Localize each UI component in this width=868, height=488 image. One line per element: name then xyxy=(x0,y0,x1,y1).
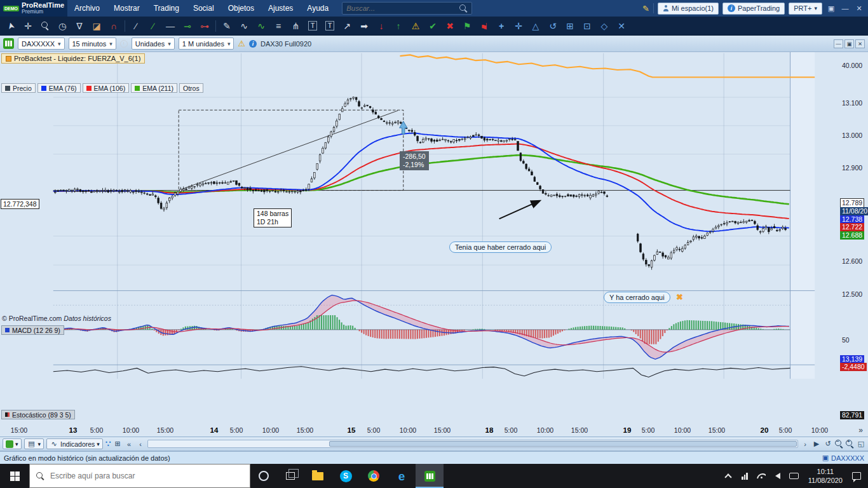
taskbar-search-input[interactable] xyxy=(50,471,243,480)
expand-icon[interactable]: ◱ xyxy=(857,440,865,448)
legend-otros[interactable]: Otros xyxy=(179,83,203,93)
hidden-icons-button[interactable] xyxy=(720,464,736,488)
scroll-start-icon[interactable]: « xyxy=(125,440,133,448)
fibonacci-icon[interactable]: ≡ xyxy=(270,18,287,34)
chrome-button[interactable] xyxy=(360,464,388,488)
edge-button[interactable]: e xyxy=(388,464,416,488)
warning-icon[interactable]: ⚠ xyxy=(238,39,245,48)
measure-result-box[interactable]: -286,50 -2,19% xyxy=(400,151,429,170)
skype-button[interactable]: S xyxy=(332,464,360,488)
text-tool-icon[interactable]: T xyxy=(304,18,321,34)
menu-archivo[interactable]: Archivo xyxy=(67,0,107,17)
triangle-tool-icon[interactable]: △ xyxy=(527,18,544,34)
start-button[interactable] xyxy=(0,464,29,488)
menu-mostrar[interactable]: Mostrar xyxy=(107,0,147,17)
minimize-icon[interactable]: — xyxy=(834,39,843,48)
volume-icon[interactable] xyxy=(770,464,786,488)
chart-scrollbar[interactable] xyxy=(147,440,798,448)
price-line-tag[interactable]: 12.772,348 xyxy=(1,199,39,209)
zigzag-icon[interactable]: ∿ xyxy=(236,18,252,34)
eraser-icon[interactable]: ◪ xyxy=(88,18,105,34)
maximize-icon[interactable]: ▣ xyxy=(826,4,836,13)
taskbar-search[interactable] xyxy=(29,464,250,488)
warning-tool-icon[interactable]: ⚠ xyxy=(407,18,424,34)
scrollbar-thumb[interactable] xyxy=(329,441,797,447)
wave-icon[interactable]: ∿ xyxy=(253,18,269,34)
share-icon[interactable]: ∵ xyxy=(105,439,111,449)
annotation-note[interactable]: Y ha cerrado aqui xyxy=(604,292,670,303)
chart-type-button[interactable]: ▤ ▾ xyxy=(24,438,44,449)
demo-menu-button[interactable]: ▾ xyxy=(3,438,22,449)
keyboard-icon[interactable] xyxy=(786,464,803,488)
menubar-search[interactable] xyxy=(342,2,472,15)
legend-precio[interactable]: Precio xyxy=(1,83,36,93)
cursor-icon[interactable]: ➤ xyxy=(3,18,19,34)
units-select[interactable]: Unidades ▾ xyxy=(132,37,175,50)
flag-up-icon[interactable]: ⚑ xyxy=(459,18,475,34)
stochastic-panel-label[interactable]: Estocástico (89 3 5) xyxy=(1,410,75,419)
menu-trading[interactable]: Trading xyxy=(147,0,186,17)
menu-objetos[interactable]: Objetos xyxy=(221,0,261,17)
bars-count-box[interactable]: 148 barras 1D 21h xyxy=(254,208,292,227)
indicators-button[interactable]: ∿ Indicadores ▾ xyxy=(46,438,103,449)
time-axis[interactable]: » 15:00135:0010:0015:00145:0010:0015:001… xyxy=(0,424,868,437)
cortana-button[interactable] xyxy=(250,464,277,488)
search-icon[interactable] xyxy=(459,4,468,13)
close-icon[interactable]: ✕ xyxy=(854,4,864,13)
hline-tool-icon[interactable]: — xyxy=(162,18,179,34)
text-bubble-icon[interactable]: T xyxy=(322,18,338,34)
backtest-tab[interactable]: ProBacktest - Liquidez: FUERZA_V_6(1) xyxy=(1,53,145,64)
prt-plus-button[interactable]: PRT+ ▾ xyxy=(789,3,822,15)
segment-tool-icon[interactable]: ∕ xyxy=(145,18,161,34)
cross-tool-icon[interactable]: ✖ xyxy=(442,18,458,34)
price-chart-canvas[interactable] xyxy=(0,52,868,424)
scroll-back-icon[interactable]: ‹ xyxy=(136,440,145,448)
undo-icon[interactable]: ↺ xyxy=(824,440,832,448)
plus-tool-icon[interactable]: + xyxy=(493,18,510,34)
pencil-tool-icon[interactable]: ✎ xyxy=(219,18,235,34)
flag-down-icon[interactable]: ⚑ xyxy=(476,18,492,34)
prorealtime-app-button[interactable] xyxy=(416,464,444,488)
arrow-ne-icon[interactable]: ↗ xyxy=(339,18,355,34)
timeframe-select[interactable]: 15 minutos ▾ xyxy=(69,37,116,50)
papertrading-button[interactable]: i PaperTrading xyxy=(722,3,785,15)
instrument-link[interactable]: ▣ DAXXXXX xyxy=(822,454,864,462)
diamond-tool-icon[interactable]: ◇ xyxy=(596,18,613,34)
menu-ayuda[interactable]: Ayuda xyxy=(300,0,336,17)
my-space-button[interactable]: Mi espacio(1) xyxy=(658,3,719,15)
notes-icon[interactable]: ✎ xyxy=(642,4,649,13)
contract-info-icon[interactable]: i xyxy=(249,40,257,48)
arrow-up-icon[interactable]: ↑ xyxy=(390,18,407,34)
ray-tool-icon[interactable]: ⊸ xyxy=(179,18,196,34)
crosshair-icon[interactable]: ✛ xyxy=(20,18,36,34)
legend-ema-211-[interactable]: EMA (211) xyxy=(131,83,177,93)
file-explorer-button[interactable] xyxy=(304,464,332,488)
action-center-icon[interactable] xyxy=(848,464,865,488)
check-tool-icon[interactable]: ✔ xyxy=(424,18,441,34)
amount-select[interactable]: 1 M unidades ▾ xyxy=(179,37,234,50)
backtest-icon[interactable]: ∇ xyxy=(71,18,88,34)
close-marker-icon[interactable]: ✖ xyxy=(676,292,683,302)
close-icon[interactable]: ✕ xyxy=(855,39,865,48)
wifi-icon[interactable] xyxy=(753,464,770,488)
menu-ajustes[interactable]: Ajustes xyxy=(261,0,300,17)
alarm-icon[interactable]: ◷ xyxy=(54,18,71,34)
time-axis-forward-icon[interactable]: » xyxy=(858,426,863,435)
grid-tool-icon[interactable]: ⊞ xyxy=(562,18,578,34)
legend-ema-76-[interactable]: EMA (76) xyxy=(37,83,81,93)
taskbar-clock[interactable]: 10:11 11/08/2020 xyxy=(803,467,848,485)
search-input[interactable] xyxy=(346,4,459,12)
target-tool-icon[interactable]: ✛ xyxy=(510,18,527,34)
grid2-tool-icon[interactable]: ⊡ xyxy=(579,18,595,34)
trendline-tool-icon[interactable]: ⊶ xyxy=(196,18,213,34)
magnet-icon[interactable]: ∩ xyxy=(105,18,122,34)
arrow-right-icon[interactable]: ➡ xyxy=(356,18,372,34)
arrow-down-icon[interactable]: ↓ xyxy=(373,18,390,34)
instrument-select[interactable]: DAXXXXX ▾ xyxy=(18,37,65,50)
annotation-note[interactable]: Tenia que haber cerrado aqui xyxy=(449,241,552,253)
zoom-in-icon[interactable]: + xyxy=(846,440,854,448)
macd-panel-label[interactable]: MACD (12 26 9) xyxy=(1,325,64,335)
minimize-icon[interactable]: — xyxy=(840,4,850,12)
network-icon[interactable] xyxy=(736,464,753,488)
line-tool-icon[interactable]: ∕ xyxy=(128,18,144,34)
